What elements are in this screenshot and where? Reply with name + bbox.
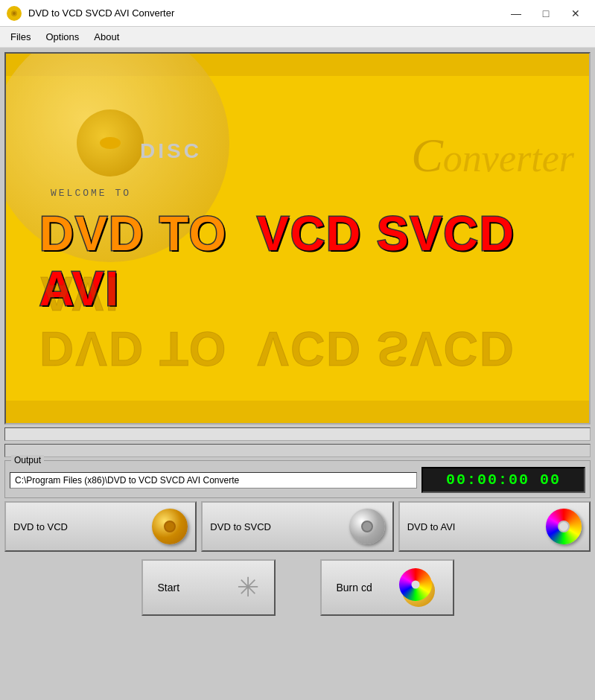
output-row: C:\Program Files (x86)\DVD to VCD SVCD A…	[10, 467, 585, 493]
maximize-button[interactable]: □	[532, 3, 559, 24]
dvd-to-svcd-label: DVD to SVCD	[210, 521, 271, 532]
action-buttons: Start ✳ Burn cd	[4, 555, 591, 620]
titlebar-controls: — □ ✕	[503, 3, 589, 24]
silver-disc-icon	[349, 509, 385, 544]
star-icon: ✳	[237, 572, 259, 603]
svg-point-2	[13, 12, 16, 15]
output-label: Output	[11, 455, 44, 465]
progress-bar-2	[4, 444, 591, 457]
progress-bar-1	[4, 427, 591, 441]
burn-cd-label: Burn cd	[337, 582, 372, 594]
close-button[interactable]: ✕	[562, 3, 589, 24]
disc-hole	[100, 137, 121, 149]
window-title: DVD to VCD SVCD AVI Converter	[28, 7, 174, 19]
welcome-text: WELCOME TO	[51, 188, 131, 199]
burn-cd-icon	[399, 568, 438, 607]
titlebar: DVD to VCD SVCD AVI Converter — □ ✕	[0, 0, 595, 27]
output-section: Output C:\Program Files (x86)\DVD to VCD…	[4, 460, 591, 498]
dvd-to-vcd-button[interactable]: DVD to VCD	[4, 501, 197, 552]
start-button[interactable]: Start ✳	[141, 559, 276, 616]
menubar: Files Options About	[0, 27, 595, 48]
minimize-button[interactable]: —	[503, 3, 529, 24]
menu-options[interactable]: Options	[38, 28, 86, 45]
dvd-to-avi-label: DVD to AVI	[407, 521, 456, 532]
dvd-to-avi-button[interactable]: DVD to AVI	[398, 501, 591, 552]
burn-disc-front	[399, 568, 432, 601]
rainbow-disc-icon	[546, 509, 582, 544]
menu-files[interactable]: Files	[3, 28, 38, 45]
dvd-to-vcd-label: DVD to VCD	[13, 521, 68, 532]
output-path: C:\Program Files (x86)\DVD to VCD SVCD A…	[10, 472, 417, 489]
dvd-to-svcd-button[interactable]: DVD to SVCD	[201, 501, 393, 552]
banner-stripe-bottom	[6, 401, 589, 423]
title-dvd-to: DVD TO	[39, 207, 257, 261]
convert-buttons: DVD to VCD DVD to SVCD DVD to AVI	[4, 501, 591, 552]
main-content: DISC CConverteronverter WELCOME TO DVD T…	[0, 48, 595, 700]
menu-about[interactable]: About	[86, 28, 127, 45]
title-reflection: DVD TO VCD SVCD AVI	[39, 266, 589, 376]
start-label: Start	[158, 582, 180, 594]
disc-inner	[77, 109, 144, 176]
titlebar-left: DVD to VCD SVCD AVI Converter	[6, 5, 174, 22]
banner: DISC CConverteronverter WELCOME TO DVD T…	[4, 52, 591, 424]
converter-watermark: CConverteronverter	[411, 128, 574, 183]
app-icon	[6, 5, 22, 22]
timer-display: 00:00:00 00	[421, 467, 585, 493]
burn-cd-button[interactable]: Burn cd	[320, 559, 454, 616]
disc-label: DISC	[140, 139, 202, 163]
gold-disc-icon	[152, 509, 188, 544]
